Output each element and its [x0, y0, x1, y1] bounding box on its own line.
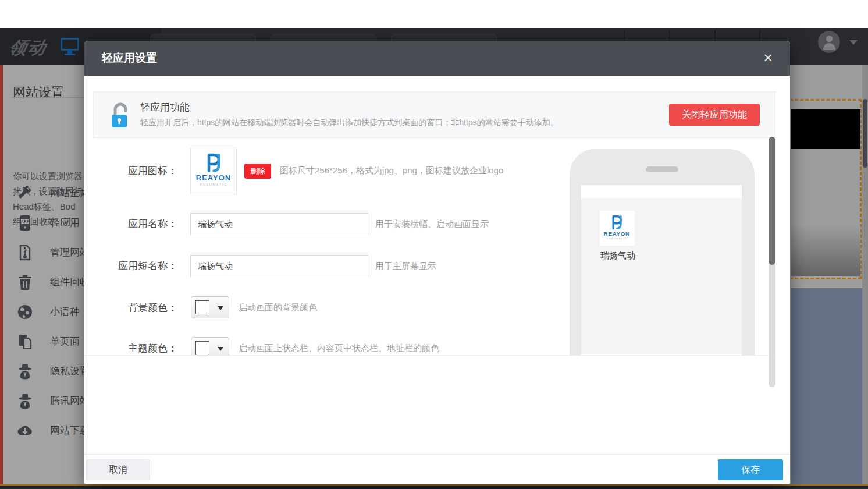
- top-blank-area: [0, 0, 868, 28]
- light-app-settings-modal: 轻应用设置 × 轻应用功能 轻应用开启后，https的网站在移动端浏览器时会自动…: [84, 41, 790, 484]
- reayon-wordmark: REAYON: [600, 231, 634, 237]
- footer-divider: [84, 454, 790, 455]
- theme-color-swatch: [195, 341, 209, 355]
- bg-color-label: 背景颜色：: [96, 301, 177, 314]
- reayon-subtitle: PNEUMATIC: [603, 238, 631, 240]
- reayon-monogram-icon: [202, 152, 225, 173]
- app-name-hint: 用于安装横幅、启动画面显示: [375, 219, 489, 230]
- phone-speaker-shape: [646, 166, 678, 172]
- short-name-label: 应用短名称：: [96, 259, 177, 272]
- picker-caret-icon: [218, 306, 223, 310]
- close-icon[interactable]: ×: [759, 48, 777, 67]
- theme-color-hint: 启动画面上状态栏、内容页中状态栏、地址栏的颜色: [239, 343, 439, 354]
- bg-color-picker[interactable]: [191, 296, 229, 318]
- bg-color-hint: 启动画面的背景颜色: [239, 302, 317, 313]
- feature-description: 轻应用开启后，https的网站在移动端浏览器时会自动弹出添加快捷方式到桌面的窗口…: [140, 118, 558, 128]
- cancel-button[interactable]: 取消: [86, 459, 150, 480]
- phone-home-area: REAYON PNEUMATIC 瑞扬气动: [581, 198, 742, 354]
- delete-icon-button[interactable]: 删除: [244, 164, 271, 179]
- unlock-icon: [108, 102, 130, 130]
- modal-title: 轻应用设置: [102, 41, 157, 76]
- reayon-logo: REAYON PNEUMATIC: [600, 214, 634, 246]
- short-name-hint: 用于主屏幕显示: [375, 261, 436, 272]
- feature-title: 轻应用功能: [140, 101, 190, 114]
- screen: 领动 网站设置 你可以设置浏览器 拷贝，设置防同行 Head标签、Bod 组件回…: [0, 0, 868, 489]
- app-icon-preview[interactable]: REAYON PNEUMATIC: [190, 148, 237, 194]
- app-name-input[interactable]: [190, 213, 368, 235]
- modal-scrollbar-thumb[interactable]: [769, 137, 775, 265]
- icon-hint: 图标尺寸256*256，格式为jpg、png，图标建议放企业logo: [280, 165, 503, 176]
- picker-caret-icon: [218, 347, 223, 351]
- preview-app-label: 瑞扬气动: [600, 250, 635, 261]
- modal-header: 轻应用设置 ×: [84, 41, 790, 76]
- theme-color-label: 主题颜色：: [96, 342, 177, 355]
- app-name-label: 应用名称：: [96, 217, 177, 231]
- reayon-logo: REAYON PNEUMATIC: [191, 152, 236, 197]
- save-button[interactable]: 保存: [718, 459, 783, 480]
- feature-banner: 轻应用功能 轻应用开启后，https的网站在移动端浏览器时会自动弹出添加快捷方式…: [93, 91, 775, 138]
- reayon-wordmark: REAYON: [191, 173, 236, 182]
- disable-light-app-button[interactable]: 关闭轻应用功能: [669, 104, 760, 126]
- reayon-subtitle: PNEUMATIC: [195, 183, 232, 186]
- modal-scrollbar-track[interactable]: [769, 137, 775, 387]
- app-icon-label: 应用图标：: [96, 164, 177, 178]
- short-name-input[interactable]: [190, 255, 368, 277]
- form-scroll-area: 应用图标： REAYON PNEUMATIC 删除 图标尺寸256*256，格式…: [84, 137, 777, 356]
- reayon-monogram-icon: [608, 214, 625, 230]
- theme-color-picker[interactable]: [191, 337, 229, 356]
- phone-screen: REAYON PNEUMATIC 瑞扬气动: [581, 185, 742, 356]
- phone-preview: REAYON PNEUMATIC 瑞扬气动: [570, 149, 755, 356]
- bg-color-swatch: [195, 300, 209, 314]
- preview-app-icon: REAYON PNEUMATIC: [600, 211, 635, 246]
